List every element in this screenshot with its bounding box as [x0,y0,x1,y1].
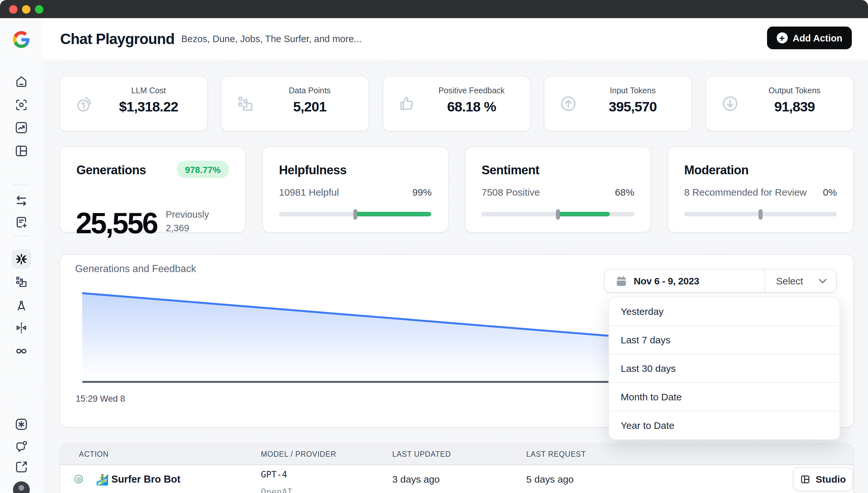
asterisk-box-icon[interactable] [14,417,28,431]
column-header-last-updated: LAST UPDATED [392,450,451,458]
chart-x-tick-label: 15:29 Wed 8 [76,394,125,404]
generations-previous: Previously 2,369 [166,208,209,235]
gauge-fill [356,212,431,216]
arrow-up-circle-icon [558,94,578,113]
chart-image-icon[interactable] [14,121,28,135]
card-title: Moderation [684,163,749,177]
stat-card-llm-cost: LLM Cost $1,318.22 [60,76,208,131]
note-add-icon[interactable] [14,215,28,229]
date-range-label: Nov 6 - 9, 2023 [634,275,699,286]
gauge-stat: 7508 Positive [482,187,540,198]
minimize-window-button[interactable] [22,5,30,13]
flip-horizontal-icon[interactable] [14,321,28,335]
studio-label: Studio [816,474,846,485]
stat-value: $1,318.22 [96,99,201,115]
converge-spark-icon[interactable] [14,252,28,266]
user-avatar[interactable] [13,481,30,493]
arrow-down-circle-icon [721,94,740,113]
thumbs-up-icon [397,94,417,113]
layout-panels-icon[interactable] [14,144,28,158]
stat-value: 5,201 [258,99,362,115]
provider-name: OpenAI [261,487,293,493]
previous-value: 2,369 [166,221,209,235]
stat-label: Data Points [258,86,362,95]
stat-card-input-tokens: Input Tokens 395,570 [544,76,692,131]
share-out-icon[interactable] [14,460,28,474]
generations-value: 25,556 [76,207,157,240]
infinity-icon[interactable] [14,344,28,358]
sidebar [0,18,43,493]
stat-label: LLM Cost [96,86,201,95]
dropdown-option-last-30-days[interactable]: Last 30 days [609,354,840,382]
stat-value: 68.18 % [419,99,524,115]
compass-icon[interactable] [14,299,28,314]
page-subtitle: Bezos, Dune, Jobs, The Surfer, and more.… [181,34,362,44]
previous-label: Previously [166,208,209,221]
column-header-model-provider: MODEL / PROVIDER [261,450,336,458]
gauge-slider[interactable] [684,212,837,216]
dropdown-option-year-to-date[interactable]: Year to Date [609,411,840,439]
gauge-slider[interactable] [279,212,432,216]
gauge-stat: 8 Recommended for Review [684,187,807,198]
sidebar-divider [13,185,30,185]
calendar-icon [616,275,627,287]
gauge-percent: 99% [412,187,432,198]
gauge-percent: 68% [615,187,634,198]
generations-card: Generations 978.77% 25,556 Previously 2,… [60,146,246,233]
stat-value: 395,570 [580,99,685,115]
select-dropdown-button[interactable]: Select [765,270,836,292]
stat-card-positive-feedback: Positive Feedback 68.18 % [383,76,531,131]
add-action-label: Add Action [793,33,842,43]
moderation-card: Moderation 8 Recommended for Review 0% [667,146,854,233]
gauge-slider[interactable] [482,212,634,216]
close-window-button[interactable] [9,5,18,13]
column-header-last-request: LAST REQUEST [526,450,586,458]
page-title: Chat Playground [60,30,175,48]
helpfulness-card: Helpfulness 10981 Helpful 99% [262,146,449,233]
sidebar-divider [13,236,30,236]
column-header-action: ACTION [79,450,109,458]
last-request-value: 5 days ago [526,474,574,485]
chevron-down-icon [819,278,827,283]
studio-button[interactable]: Studio [793,467,853,491]
gauge-stat: 10981 Helpful [279,187,339,198]
coin-icon [74,94,94,113]
stat-label: Output Tokens [743,86,847,95]
date-range-button[interactable]: Nov 6 - 9, 2023 [604,270,764,292]
swap-arrows-icon[interactable] [14,194,28,208]
gauge-handle[interactable] [556,209,560,219]
gauge-percent: 0% [823,187,837,198]
stat-card-output-tokens: Output Tokens 91,839 [706,76,854,131]
dropdown-option-month-to-date[interactable]: Month to Date [609,382,840,411]
select-label: Select [776,275,803,286]
scan-focus-icon[interactable] [14,98,28,112]
actions-table: ACTION MODEL / PROVIDER LAST UPDATED LAS… [60,444,854,493]
chat-notification-icon[interactable] [14,439,28,453]
bot-emoji: 🏄‍♂️ [96,474,109,486]
add-action-button[interactable]: Add Action [767,26,852,49]
stat-label: Input Tokens [580,86,685,95]
stat-label: Positive Feedback [419,86,524,95]
chart-title: Generations and Feedback [75,263,196,275]
google-logo [13,31,30,48]
gauge-handle[interactable] [353,209,357,219]
pixel-steps-icon [236,94,255,113]
zoom-window-button[interactable] [35,5,43,13]
date-range-picker: Nov 6 - 9, 2023 Select [604,269,837,293]
pixel-steps-icon[interactable] [14,275,28,289]
status-indicator[interactable] [74,475,83,483]
dropdown-option-yesterday[interactable]: Yesterday [609,297,840,325]
stat-value: 91,839 [743,99,847,115]
app-window: Chat Playground Bezos, Dune, Jobs, The S… [0,0,868,493]
dropdown-option-last-7-days[interactable]: Last 7 days [609,325,840,354]
table-header-row: ACTION MODEL / PROVIDER LAST UPDATED LAS… [60,445,853,465]
gauge-handle[interactable] [759,209,762,219]
titlebar [0,0,868,18]
card-title: Sentiment [482,163,539,177]
growth-badge: 978.77% [176,160,229,178]
card-title: Generations [76,163,146,177]
bot-name[interactable]: Surfer Bro Bot [111,474,181,485]
stat-card-data-points: Data Points 5,201 [221,76,369,131]
home-icon[interactable] [14,74,28,89]
sentiment-card: Sentiment 7508 Positive 68% [465,146,651,233]
